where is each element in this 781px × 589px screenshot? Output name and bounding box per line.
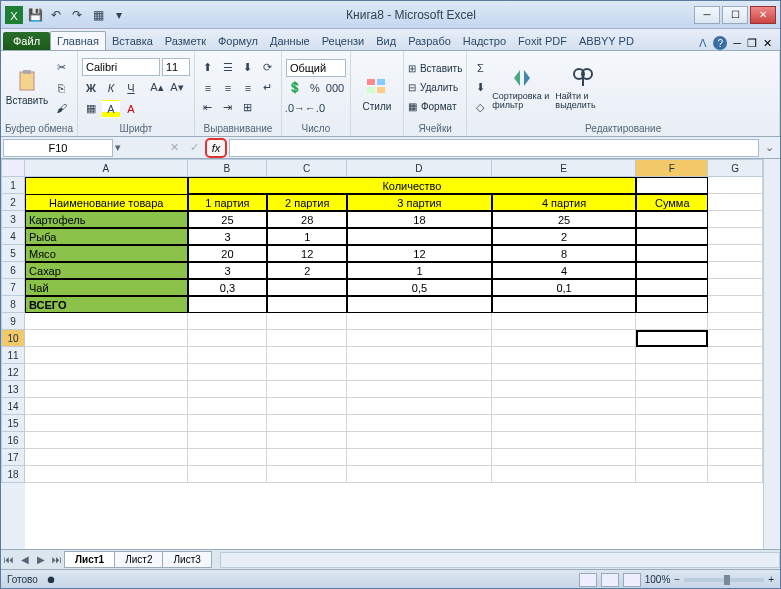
cell[interactable]: 1 bbox=[347, 262, 492, 279]
row-header[interactable]: 12 bbox=[1, 364, 25, 381]
cell[interactable] bbox=[347, 228, 492, 245]
cell[interactable] bbox=[25, 364, 188, 381]
cell[interactable] bbox=[708, 449, 763, 466]
cell[interactable] bbox=[25, 381, 188, 398]
cell[interactable] bbox=[636, 381, 708, 398]
row-header[interactable]: 1 bbox=[1, 177, 25, 194]
minimize-button[interactable]: ─ bbox=[694, 6, 720, 24]
sheet-tab[interactable]: Лист2 bbox=[114, 551, 163, 568]
cell[interactable]: 28 bbox=[267, 211, 347, 228]
cell[interactable] bbox=[636, 364, 708, 381]
align-right-icon[interactable]: ≡ bbox=[239, 79, 257, 97]
cell[interactable] bbox=[188, 330, 268, 347]
col-header[interactable]: E bbox=[492, 159, 637, 177]
cell[interactable] bbox=[267, 449, 347, 466]
format-cells-button[interactable]: ▦ Формат bbox=[408, 98, 462, 115]
cell[interactable] bbox=[708, 262, 763, 279]
cell[interactable] bbox=[492, 432, 637, 449]
row-header[interactable]: 4 bbox=[1, 228, 25, 245]
macro-record-icon[interactable]: ⏺ bbox=[46, 574, 56, 585]
name-box[interactable]: F10 bbox=[3, 139, 113, 157]
increase-indent-icon[interactable]: ⇥ bbox=[219, 99, 237, 117]
currency-icon[interactable]: 💲 bbox=[286, 79, 304, 97]
cell[interactable] bbox=[708, 415, 763, 432]
cell[interactable] bbox=[347, 296, 492, 313]
delete-cells-button[interactable]: ⊟ Удалить bbox=[408, 79, 462, 96]
cell[interactable] bbox=[25, 398, 188, 415]
decrease-decimal-icon[interactable]: ←.0 bbox=[306, 99, 324, 117]
cell[interactable] bbox=[347, 381, 492, 398]
cell[interactable] bbox=[492, 364, 637, 381]
cell[interactable]: Наименование товара bbox=[25, 194, 188, 211]
cell[interactable] bbox=[636, 245, 708, 262]
row-header[interactable]: 18 bbox=[1, 466, 25, 483]
zoom-level[interactable]: 100% bbox=[645, 574, 671, 585]
tab-review[interactable]: Рецензи bbox=[316, 32, 371, 50]
cut-icon[interactable]: ✂ bbox=[52, 59, 70, 77]
col-header[interactable]: F bbox=[636, 159, 708, 177]
cell[interactable] bbox=[267, 313, 347, 330]
wrap-text-icon[interactable]: ↵ bbox=[259, 79, 277, 97]
comma-icon[interactable]: 000 bbox=[326, 79, 344, 97]
close-button[interactable]: ✕ bbox=[750, 6, 776, 24]
tab-home[interactable]: Главная bbox=[50, 31, 106, 50]
cell[interactable]: 4 bbox=[492, 262, 637, 279]
zoom-out-icon[interactable]: − bbox=[674, 574, 680, 585]
align-top-icon[interactable]: ⬆ bbox=[199, 59, 217, 77]
cell[interactable]: 2 партия bbox=[267, 194, 347, 211]
zoom-in-icon[interactable]: + bbox=[768, 574, 774, 585]
cell[interactable] bbox=[347, 347, 492, 364]
tab-view[interactable]: Вид bbox=[370, 32, 402, 50]
cell[interactable]: 3 bbox=[188, 228, 268, 245]
percent-icon[interactable]: % bbox=[306, 79, 324, 97]
fill-color-icon[interactable]: A bbox=[102, 100, 120, 118]
help-icon[interactable]: ? bbox=[713, 36, 727, 50]
cell[interactable] bbox=[188, 364, 268, 381]
mdi-minimize-icon[interactable]: ─ bbox=[733, 37, 741, 49]
cell[interactable]: Мясо bbox=[25, 245, 188, 262]
border-icon[interactable]: ▦ bbox=[82, 100, 100, 118]
row-header[interactable]: 11 bbox=[1, 347, 25, 364]
cell[interactable] bbox=[636, 177, 708, 194]
tab-formulas[interactable]: Формул bbox=[212, 32, 264, 50]
row-header[interactable]: 8 bbox=[1, 296, 25, 313]
save-icon[interactable]: 💾 bbox=[26, 6, 44, 24]
cell[interactable] bbox=[188, 415, 268, 432]
cell[interactable]: 1 партия bbox=[188, 194, 268, 211]
cell[interactable] bbox=[708, 364, 763, 381]
tab-addins[interactable]: Надстро bbox=[457, 32, 512, 50]
decrease-font-icon[interactable]: A▾ bbox=[168, 79, 186, 97]
cell[interactable]: 0,1 bbox=[492, 279, 637, 296]
worksheet-grid[interactable]: 1 2 3 4 5 6 7 8 9 10 11 12 13 14 15 16 1… bbox=[1, 159, 780, 549]
cell[interactable]: 20 bbox=[188, 245, 268, 262]
qat-dropdown-icon[interactable]: ▾ bbox=[110, 6, 128, 24]
cell[interactable]: Количество bbox=[188, 177, 637, 194]
cell[interactable] bbox=[347, 398, 492, 415]
cell[interactable]: 2 bbox=[267, 262, 347, 279]
select-all-corner[interactable] bbox=[1, 159, 25, 177]
align-center-icon[interactable]: ≡ bbox=[219, 79, 237, 97]
cell[interactable]: 12 bbox=[347, 245, 492, 262]
font-color-icon[interactable]: A bbox=[122, 100, 140, 118]
expand-formula-icon[interactable]: ⌄ bbox=[761, 141, 778, 154]
tab-layout[interactable]: Разметк bbox=[159, 32, 212, 50]
cell[interactable] bbox=[492, 296, 637, 313]
cell[interactable] bbox=[25, 330, 188, 347]
cell[interactable] bbox=[347, 449, 492, 466]
cell[interactable] bbox=[188, 296, 268, 313]
cell[interactable] bbox=[25, 449, 188, 466]
cell[interactable] bbox=[267, 432, 347, 449]
col-header[interactable]: A bbox=[25, 159, 188, 177]
sort-filter-button[interactable]: Сортировка и фильтр bbox=[492, 53, 552, 122]
row-header[interactable]: 16 bbox=[1, 432, 25, 449]
tab-abbyy[interactable]: ABBYY PD bbox=[573, 32, 640, 50]
tab-foxit[interactable]: Foxit PDF bbox=[512, 32, 573, 50]
font-size-select[interactable] bbox=[162, 58, 190, 76]
cell[interactable] bbox=[708, 245, 763, 262]
cell[interactable] bbox=[267, 364, 347, 381]
row-header[interactable]: 9 bbox=[1, 313, 25, 330]
cell[interactable]: 12 bbox=[267, 245, 347, 262]
qat-item-icon[interactable]: ▦ bbox=[89, 6, 107, 24]
cell[interactable] bbox=[636, 211, 708, 228]
cell[interactable] bbox=[267, 415, 347, 432]
